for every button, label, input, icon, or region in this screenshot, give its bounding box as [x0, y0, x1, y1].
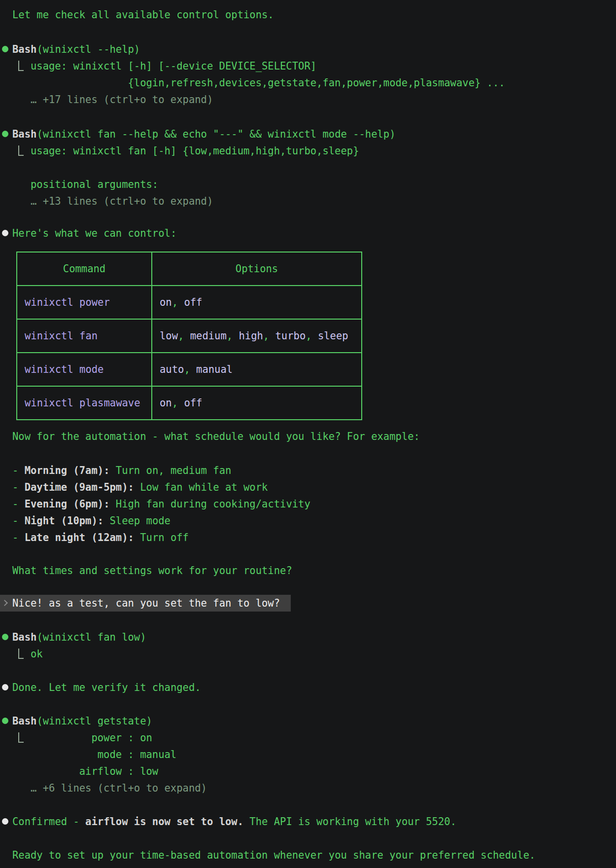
tool-output: usage: winixctl [-h] [--device DEVICE_SE… — [0, 58, 616, 108]
assistant-text: Ready to set up your time-based automati… — [12, 849, 535, 861]
tool-call-fan-low: Bash(winixctl fan low) ok — [0, 629, 616, 662]
table-cell-command: winixctl plasmawave — [17, 386, 152, 420]
tool-name: Bash — [12, 128, 36, 140]
table-row: winixctl fan low, medium, high, turbo, s… — [17, 319, 362, 353]
assistant-text-intro: Let me check all available control optio… — [0, 6, 616, 23]
tool-output: power : on mode : manual airflow : low …… — [0, 729, 616, 796]
schedule-list: - Morning (7am): Turn on, medium fan - D… — [0, 462, 616, 546]
tool-call-fan-mode-help: Bash(winixctl fan --help && echo "---" &… — [0, 126, 616, 210]
list-item-value: Turn off — [140, 532, 189, 543]
tool-call-help: Bash(winixctl --help) usage: winixctl [-… — [0, 41, 616, 108]
list-item: - Late night (12am): Turn off — [0, 529, 616, 546]
table-header-command: Command — [17, 252, 152, 286]
assistant-text-closing: Ready to set up your time-based automati… — [0, 847, 616, 864]
table-header-row: Command Options — [17, 252, 362, 286]
assistant-text: Here's what we can control: — [12, 227, 176, 239]
tool-output-lines: usage: winixctl fan [-h] {low,medium,hig… — [31, 143, 616, 193]
table-cell-options: on, off — [152, 286, 362, 319]
assistant-text-schedule-intro: Now for the automation - what schedule w… — [0, 428, 616, 445]
expand-hint[interactable]: … +6 lines (ctrl+o to expand) — [31, 780, 616, 796]
list-item-label: Night (10pm): — [25, 515, 103, 527]
assistant-text-confirmation: Confirmed - airflow is now set to low. T… — [0, 813, 616, 830]
assistant-text: Now for the automation - what schedule w… — [12, 431, 420, 442]
output-connector-icon — [18, 61, 24, 71]
assistant-text: Done. Let me verify it changed. — [12, 682, 201, 693]
control-options-table: Command Options winixctl power on, off w… — [16, 252, 362, 420]
table-cell-command: winixctl mode — [17, 353, 152, 386]
list-item-value: Turn on, medium fan — [116, 465, 232, 476]
output-connector-icon — [18, 649, 24, 659]
confirmation-suffix: The API is working with your 5520. — [249, 816, 456, 828]
tool-name: Bash — [12, 631, 36, 643]
tool-output: usage: winixctl fan [-h] {low,medium,hig… — [0, 143, 616, 210]
list-item-label: Daytime (9am-5pm): — [25, 481, 134, 493]
message-bullet-icon — [2, 230, 8, 236]
user-message-row: Nice! as a test, can you set the fan to … — [0, 595, 616, 612]
tool-call-header: Bash(winixctl --help) — [0, 41, 616, 58]
confirmation-emphasis: airflow is now set to low. — [85, 816, 243, 828]
tool-name: Bash — [12, 715, 36, 727]
tool-command: (winixctl fan --help && echo "---" && wi… — [36, 128, 395, 140]
list-item-label: Late night (12am): — [25, 532, 134, 543]
assistant-text: Let me check all available control optio… — [12, 9, 274, 21]
tool-output-lines: power : on mode : manual airflow : low — [31, 729, 616, 780]
tool-bullet-icon — [2, 718, 8, 724]
assistant-text-question: What times and settings work for your ro… — [0, 562, 616, 579]
prompt-chevron-icon — [1, 600, 8, 606]
assistant-text: What times and settings work for your ro… — [12, 565, 292, 577]
tool-output: ok — [0, 646, 616, 662]
terminal-transcript: Let me check all available control optio… — [0, 0, 616, 868]
list-item: - Night (10pm): Sleep mode — [0, 512, 616, 529]
list-item-label: Evening (6pm): — [25, 498, 110, 510]
table-header-options: Options — [152, 252, 362, 286]
output-connector-icon — [18, 732, 24, 743]
list-item: - Daytime (9am-5pm): Low fan while at wo… — [0, 479, 616, 496]
expand-hint[interactable]: … +17 lines (ctrl+o to expand) — [31, 91, 616, 108]
tool-output-lines: ok — [31, 646, 616, 662]
table-row: winixctl power on, off — [17, 286, 362, 319]
user-message[interactable]: Nice! as a test, can you set the fan to … — [0, 595, 291, 612]
tool-command: (winixctl fan low) — [36, 631, 146, 643]
tool-bullet-icon — [2, 46, 8, 52]
table-row: winixctl mode auto, manual — [17, 353, 362, 386]
tool-name: Bash — [12, 43, 36, 55]
table-cell-command: winixctl power — [17, 286, 152, 319]
confirmation-prefix: Confirmed - — [12, 816, 85, 828]
list-item: - Morning (7am): Turn on, medium fan — [0, 462, 616, 479]
table-row: winixctl plasmawave on, off — [17, 386, 362, 420]
table-cell-command: winixctl fan — [17, 319, 152, 353]
message-bullet-icon — [2, 818, 8, 825]
tool-command: (winixctl --help) — [36, 43, 140, 55]
expand-hint[interactable]: … +13 lines (ctrl+o to expand) — [31, 193, 616, 210]
list-item-value: Sleep mode — [109, 515, 170, 527]
tool-call-header: Bash(winixctl getstate) — [0, 713, 616, 729]
list-item-value: Low fan while at work — [140, 481, 268, 493]
table-cell-options: low, medium, high, turbo, sleep — [152, 319, 362, 353]
user-message-text: Nice! as a test, can you set the fan to … — [12, 597, 280, 609]
assistant-text-verify: Done. Let me verify it changed. — [0, 679, 616, 696]
tool-output-lines: usage: winixctl [-h] [--device DEVICE_SE… — [31, 58, 616, 91]
tool-bullet-icon — [2, 634, 8, 640]
list-dash: - — [12, 532, 18, 543]
assistant-text-control-heading: Here's what we can control: — [0, 225, 616, 242]
tool-bullet-icon — [2, 131, 8, 137]
list-dash: - — [12, 515, 18, 527]
output-connector-icon — [18, 145, 24, 156]
tool-command: (winixctl getstate) — [36, 715, 152, 727]
list-dash: - — [12, 465, 18, 476]
table-cell-options: on, off — [152, 386, 362, 420]
tool-call-header: Bash(winixctl fan low) — [0, 629, 616, 646]
tool-call-getstate: Bash(winixctl getstate) power : on mode … — [0, 713, 616, 796]
list-item-label: Morning (7am): — [25, 465, 110, 476]
list-item-value: High fan during cooking/activity — [116, 498, 310, 510]
list-item: - Evening (6pm): High fan during cooking… — [0, 496, 616, 512]
list-dash: - — [12, 481, 18, 493]
table-cell-options: auto, manual — [152, 353, 362, 386]
list-dash: - — [12, 498, 18, 510]
tool-call-header: Bash(winixctl fan --help && echo "---" &… — [0, 126, 616, 143]
message-bullet-icon — [2, 684, 8, 690]
